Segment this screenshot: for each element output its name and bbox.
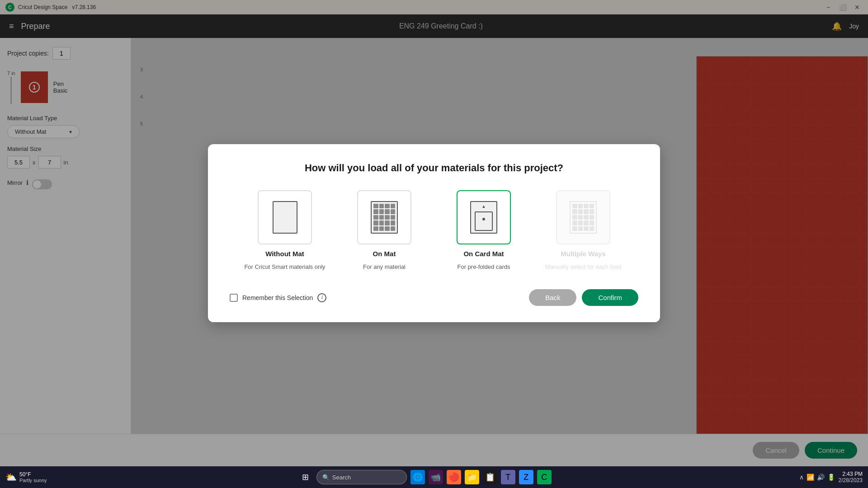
taskbar-right: ∧ 📶 🔊 🔋 2:43 PM 2/28/2023 [799, 471, 863, 483]
video-icon[interactable]: 📹 [429, 470, 443, 484]
confirm-button[interactable]: Confirm [582, 289, 638, 306]
network-icon[interactable]: 📶 [807, 474, 814, 481]
card-mat-inner [475, 211, 493, 231]
option-desc-on-mat: For any material [363, 263, 406, 271]
taskbar: ⛅ 50°F Partly sunny ⊞ 🔍 Search 🌐 📹 🔴 📁 📋… [0, 466, 868, 488]
weather-temp: 50°F [19, 471, 47, 478]
card-mat-dot [482, 218, 485, 221]
option-without-mat[interactable]: Without Mat For Cricut Smart materials o… [244, 190, 326, 271]
option-name-without-mat: Without Mat [265, 250, 304, 258]
on-card-mat-icon: ▲ [470, 201, 497, 234]
system-tray: ∧ 📶 🔊 🔋 [799, 474, 835, 481]
option-on-card-mat[interactable]: ▲ On Card Mat For pre-folded cards [443, 190, 524, 271]
option-desc-multiple-ways: Manually select for each load [545, 263, 621, 271]
option-multiple-ways: Multiple Ways Manually select for each l… [542, 190, 624, 271]
volume-icon[interactable]: 🔊 [817, 474, 825, 481]
option-name-on-mat: On Mat [373, 250, 396, 258]
modal-dialog: How will you load all of your materials … [208, 144, 660, 322]
search-label: Search [332, 474, 351, 481]
chevron-up-icon[interactable]: ∧ [799, 474, 804, 481]
taskbar-center: ⊞ 🔍 Search 🌐 📹 🔴 📁 📋 T Z C [56, 470, 794, 484]
without-mat-icon [273, 201, 297, 234]
files-icon[interactable]: 📁 [465, 470, 479, 484]
cricut-icon[interactable]: C [537, 470, 552, 484]
clock-time: 2:43 PM [839, 471, 863, 477]
option-name-multiple-ways: Multiple Ways [561, 250, 605, 258]
clock-date: 2/28/2023 [839, 477, 863, 483]
material-options: Without Mat For Cricut Smart materials o… [230, 190, 638, 271]
weather-widget: ⛅ 50°F Partly sunny [5, 471, 51, 483]
option-card-without-mat [258, 190, 312, 244]
multiple-ways-icon [570, 201, 597, 234]
teams-icon[interactable]: T [501, 470, 515, 484]
option-card-on-card-mat: ▲ [457, 190, 511, 244]
remember-label: Remember this Selection [242, 294, 313, 301]
back-button[interactable]: Back [529, 289, 576, 306]
notes-icon[interactable]: 📋 [483, 470, 497, 484]
zoom-icon[interactable]: Z [519, 470, 533, 484]
option-card-on-mat [357, 190, 411, 244]
weather-icon: ⛅ [5, 472, 17, 483]
windows-start-button[interactable]: ⊞ [298, 470, 313, 484]
option-name-on-card-mat: On Card Mat [463, 250, 504, 258]
option-desc-without-mat: For Cricut Smart materials only [244, 263, 325, 271]
on-mat-icon [371, 201, 398, 234]
weather-desc: Partly sunny [19, 478, 47, 483]
option-card-multiple-ways [556, 190, 610, 244]
edge-icon[interactable]: 🌐 [410, 470, 425, 484]
modal-title: How will you load all of your materials … [230, 162, 638, 174]
remember-section: Remember this Selection i [230, 293, 326, 302]
search-bar[interactable]: 🔍 Search [316, 470, 407, 484]
modal-overlay: How will you load all of your materials … [0, 0, 868, 466]
modal-buttons: Back Confirm [529, 289, 638, 306]
search-icon: 🔍 [322, 474, 330, 481]
option-on-mat[interactable]: On Mat For any material [344, 190, 425, 271]
option-desc-on-card-mat: For pre-folded cards [457, 263, 510, 271]
remember-checkbox[interactable] [230, 294, 238, 302]
modal-footer: Remember this Selection i Back Confirm [230, 289, 638, 306]
info-icon[interactable]: i [317, 293, 326, 302]
clock-widget[interactable]: 2:43 PM 2/28/2023 [839, 471, 863, 483]
chrome-icon[interactable]: 🔴 [447, 470, 461, 484]
battery-icon[interactable]: 🔋 [827, 474, 835, 481]
